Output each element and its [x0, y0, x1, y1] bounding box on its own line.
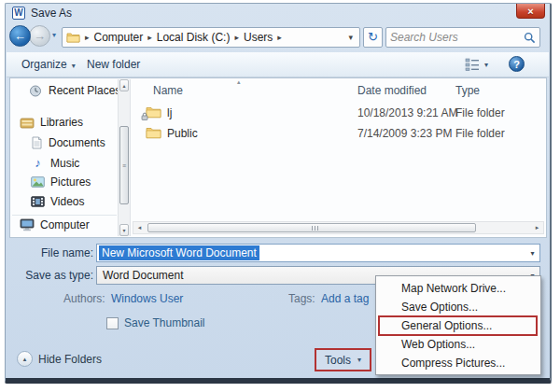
- table-row[interactable]: Public 7/14/2009 3:23 PM File folder: [133, 124, 537, 144]
- hide-folders-arrow-icon[interactable]: ▴: [17, 351, 33, 367]
- forward-arrow-icon: →: [34, 29, 46, 43]
- menu-item-save-options[interactable]: Save Options...: [376, 298, 540, 316]
- search-input[interactable]: [390, 29, 519, 46]
- scroll-down-icon[interactable]: ▾: [119, 224, 129, 236]
- crumb-separator-icon[interactable]: ▸: [147, 33, 152, 42]
- chevron-down-icon[interactable]: ▾: [357, 356, 361, 364]
- tools-button[interactable]: Tools: [325, 354, 351, 367]
- file-name-input[interactable]: New Microsoft Word Document ▾: [96, 244, 540, 262]
- tags-add-link[interactable]: Add a tag: [321, 292, 369, 305]
- sidebar-divider: [12, 215, 117, 216]
- forward-button[interactable]: →: [29, 25, 50, 47]
- refresh-button[interactable]: ↻: [363, 27, 383, 48]
- organize-dropdown-icon: ▾: [72, 62, 76, 70]
- word-app-icon: W: [12, 7, 25, 20]
- menu-item-compress-pictures[interactable]: Compress Pictures...: [376, 354, 540, 372]
- breadcrumb-item-local-disk[interactable]: Local Disk (C:): [157, 31, 231, 44]
- sidebar-item-music[interactable]: ♪ Music: [31, 156, 79, 170]
- sidebar-item-videos[interactable]: Videos: [31, 195, 84, 208]
- authors-value[interactable]: Windows User: [111, 292, 183, 305]
- scroll-left-icon[interactable]: ◂: [134, 223, 145, 232]
- breadcrumb-item-computer[interactable]: Computer: [94, 31, 144, 44]
- save-as-type-value: Word Document: [97, 269, 183, 282]
- lock-icon: [141, 112, 148, 120]
- views-button[interactable]: ▾: [465, 58, 488, 71]
- scroll-up-icon[interactable]: ▴: [119, 79, 129, 91]
- file-name: Public: [167, 127, 198, 140]
- title-bar[interactable]: W Save As ×: [6, 4, 550, 22]
- sidebar-item-label: Pictures: [50, 175, 91, 189]
- folder-icon: [146, 126, 161, 139]
- file-type: File folder: [455, 106, 505, 119]
- sidebar-item-libraries[interactable]: Libraries: [20, 116, 83, 129]
- crumb-separator-icon[interactable]: ▸: [234, 33, 239, 42]
- organize-button[interactable]: Organize▾: [21, 58, 76, 71]
- scrollbar-thumb[interactable]: [147, 223, 476, 232]
- tools-menu: Map Network Drive... Save Options... Gen…: [375, 275, 541, 375]
- address-history-dropdown-icon[interactable]: ▾: [345, 33, 356, 42]
- tags-label: Tags:: [288, 292, 315, 305]
- column-header-name[interactable]: Name: [153, 84, 183, 97]
- sidebar-item-documents[interactable]: Documents: [31, 136, 105, 149]
- save-thumbnail-label[interactable]: Save Thumbnail: [124, 316, 205, 329]
- chevron-down-icon[interactable]: ▾: [525, 249, 539, 258]
- window-title: Save As: [31, 7, 72, 20]
- menu-item-web-options[interactable]: Web Options...: [376, 335, 540, 354]
- new-folder-button[interactable]: New folder: [87, 58, 140, 71]
- organize-label: Organize: [21, 58, 67, 71]
- file-list-horizontal-scrollbar[interactable]: ◂ ▸: [133, 221, 544, 234]
- help-button[interactable]: ?: [509, 56, 525, 72]
- column-header-type[interactable]: Type: [455, 84, 480, 97]
- hide-folders-button[interactable]: Hide Folders: [38, 353, 102, 366]
- sidebar-item-recent-places[interactable]: Recent Places: [29, 84, 120, 97]
- sidebar-item-label: Computer: [40, 218, 90, 231]
- save-as-dialog: W Save As × ← → ▾ ▸ Computer ▸ Local Dis…: [5, 3, 552, 384]
- help-icon: ?: [513, 59, 520, 70]
- close-button[interactable]: ×: [516, 4, 545, 19]
- back-arrow-icon: ←: [14, 29, 26, 43]
- recent-places-icon: [29, 85, 43, 97]
- recent-pages-dropdown-icon[interactable]: ▾: [52, 31, 56, 39]
- folder-icon: [66, 32, 80, 43]
- views-dropdown-icon: ▾: [484, 61, 488, 69]
- file-name-value[interactable]: New Microsoft Word Document: [99, 245, 259, 260]
- file-name-label: File name:: [7, 246, 93, 259]
- pictures-icon: [31, 176, 45, 188]
- file-date-modified: 7/14/2009 3:23 PM: [357, 127, 452, 140]
- libraries-icon: [20, 117, 35, 129]
- authors-label: Authors:: [63, 292, 105, 305]
- sidebar-item-label: Documents: [49, 136, 105, 149]
- close-icon: ×: [527, 5, 533, 18]
- scroll-right-icon[interactable]: ▸: [532, 223, 542, 232]
- sidebar-item-label: Recent Places: [49, 84, 120, 97]
- table-row[interactable]: lj 10/18/2013 9:21 AM File folder: [133, 104, 537, 123]
- column-header-date-modified[interactable]: Date modified: [357, 84, 427, 97]
- search-icon: [524, 32, 536, 44]
- crumb-separator-icon: ▸: [85, 33, 90, 42]
- file-type: File folder: [455, 127, 505, 140]
- command-bar: Organize▾ New folder ▾ ?: [7, 52, 549, 77]
- sidebar-item-computer[interactable]: Computer: [20, 218, 90, 231]
- sidebar-item-label: Videos: [50, 195, 84, 208]
- menu-item-map-network-drive[interactable]: Map Network Drive...: [376, 279, 540, 298]
- back-button[interactable]: ←: [9, 25, 31, 47]
- breadcrumb[interactable]: ▸ Computer ▸ Local Disk (C:) ▸ Users ▸ ▾: [62, 27, 360, 48]
- browse-pane: Recent Places Libraries Documents ♪ Musi…: [9, 77, 547, 238]
- scrollbar-thumb[interactable]: ≡: [119, 126, 129, 204]
- new-folder-label: New folder: [87, 58, 140, 71]
- scroll-grip: [312, 226, 320, 231]
- search-box[interactable]: [385, 27, 540, 48]
- crumb-separator-icon[interactable]: ▸: [277, 33, 282, 42]
- sidebar-item-pictures[interactable]: Pictures: [31, 175, 91, 189]
- save-thumbnail-checkbox[interactable]: [106, 317, 119, 329]
- computer-icon: [20, 218, 35, 231]
- file-date-modified: 10/18/2013 9:21 AM: [357, 106, 457, 119]
- menu-item-general-options[interactable]: General Options...: [376, 316, 540, 335]
- tools-button-annotation: Tools ▾: [315, 348, 371, 371]
- documents-icon: [31, 136, 43, 149]
- sidebar-scrollbar[interactable]: ▴ ≡ ▾: [118, 79, 131, 236]
- scroll-grip-icon: ≡: [122, 162, 126, 169]
- breadcrumb-item-users[interactable]: Users: [244, 31, 273, 44]
- sort-ascending-icon[interactable]: ▴: [237, 78, 241, 86]
- videos-icon: [31, 196, 45, 207]
